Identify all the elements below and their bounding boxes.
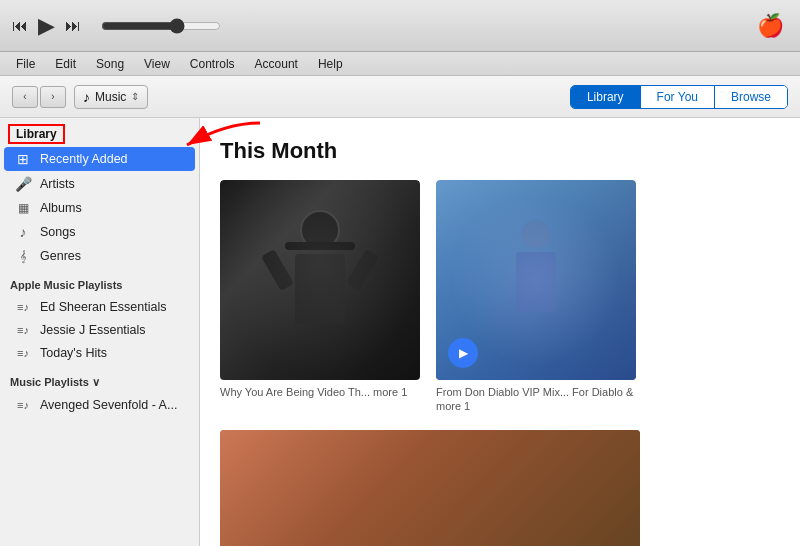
source-dropdown-icon: ⇕ — [131, 91, 139, 102]
menu-help[interactable]: Help — [310, 55, 351, 73]
volume-slider[interactable] — [101, 18, 221, 34]
section-title: This Month — [220, 138, 780, 164]
tab-browse[interactable]: Browse — [715, 86, 787, 108]
toolbar: ‹ › ♪ Music ⇕ Library For You Browse — [0, 76, 800, 118]
cards-row: Why You Are Being Video Th... more 1 ▶ F… — [220, 180, 780, 414]
songs-label: Songs — [40, 225, 75, 239]
title-bar: ⏮ ▶ ⏭ 🍎 — [0, 0, 800, 52]
nav-buttons: ‹ › — [12, 86, 66, 108]
sidebar-item-jessie-j[interactable]: ≡♪ Jessie J Essentials — [4, 319, 195, 341]
apple-playlists-header: Apple Music Playlists — [0, 271, 199, 295]
playlist-icon-3: ≡♪ — [14, 347, 32, 359]
menu-bar: File Edit Song View Controls Account Hel… — [0, 52, 800, 76]
menu-edit[interactable]: Edit — [47, 55, 84, 73]
genres-label: Genres — [40, 249, 81, 263]
artists-label: Artists — [40, 177, 75, 191]
songs-icon: ♪ — [14, 224, 32, 240]
transport-controls: ⏮ ▶ ⏭ — [12, 13, 221, 39]
playlist-icon-2: ≡♪ — [14, 324, 32, 336]
avenged-label: Avenged Sevenfold - A... — [40, 398, 177, 412]
play-button[interactable]: ▶ — [38, 13, 55, 39]
fast-forward-button[interactable]: ⏭ — [65, 17, 81, 35]
sidebar: Library ⊞ Recently Added 🎤 Artists ▦ Alb… — [0, 118, 200, 546]
bottom-card[interactable] — [220, 430, 640, 546]
main-layout: Library ⊞ Recently Added 🎤 Artists ▦ Alb… — [0, 118, 800, 546]
menu-file[interactable]: File — [8, 55, 43, 73]
ed-sheeran-label: Ed Sheeran Essentials — [40, 300, 166, 314]
content-area: This Month — [200, 118, 800, 546]
apple-logo: 🍎 — [757, 13, 784, 39]
albums-label: Albums — [40, 201, 82, 215]
menu-view[interactable]: View — [136, 55, 178, 73]
albums-icon: ▦ — [14, 201, 32, 215]
play-badge[interactable]: ▶ — [448, 338, 478, 368]
artists-icon: 🎤 — [14, 176, 32, 192]
genres-icon: 𝄞 — [14, 250, 32, 263]
todays-hits-label: Today's Hits — [40, 346, 107, 360]
recently-added-icon: ⊞ — [14, 151, 32, 167]
sidebar-item-songs[interactable]: ♪ Songs — [4, 220, 195, 244]
library-header: Library — [8, 124, 65, 144]
card-image-2: ▶ — [436, 180, 636, 380]
rewind-button[interactable]: ⏮ — [12, 17, 28, 35]
jessie-j-label: Jessie J Essentials — [40, 323, 146, 337]
playlist-icon-1: ≡♪ — [14, 301, 32, 313]
menu-song[interactable]: Song — [88, 55, 132, 73]
card-image-1 — [220, 180, 420, 380]
menu-controls[interactable]: Controls — [182, 55, 243, 73]
sidebar-item-avenged[interactable]: ≡♪ Avenged Sevenfold - A... — [4, 394, 195, 416]
card-caption-2: From Don Diablo VIP Mix... For Diablo & … — [436, 385, 636, 414]
sidebar-item-ed-sheeran[interactable]: ≡♪ Ed Sheeran Essentials — [4, 296, 195, 318]
music-note-icon: ♪ — [83, 89, 90, 105]
playlist-icon-4: ≡♪ — [14, 399, 32, 411]
forward-button[interactable]: › — [40, 86, 66, 108]
recently-added-label: Recently Added — [40, 152, 128, 166]
menu-account[interactable]: Account — [247, 55, 306, 73]
source-label: Music — [95, 90, 126, 104]
tab-group: Library For You Browse — [570, 85, 788, 109]
card-performer[interactable]: ▶ From Don Diablo VIP Mix... For Diablo … — [436, 180, 636, 414]
card-caption-1: Why You Are Being Video Th... more 1 — [220, 385, 420, 399]
tab-for-you[interactable]: For You — [641, 86, 715, 108]
back-button[interactable]: ‹ — [12, 86, 38, 108]
sidebar-item-recently-added[interactable]: ⊞ Recently Added — [4, 147, 195, 171]
source-selector[interactable]: ♪ Music ⇕ — [74, 85, 148, 109]
sidebar-item-albums[interactable]: ▦ Albums — [4, 197, 195, 219]
music-playlists-header[interactable]: Music Playlists ∨ — [0, 368, 199, 393]
card-dark-lady[interactable]: Why You Are Being Video Th... more 1 — [220, 180, 420, 414]
sidebar-item-genres[interactable]: 𝄞 Genres — [4, 245, 195, 267]
sidebar-item-todays-hits[interactable]: ≡♪ Today's Hits — [4, 342, 195, 364]
sidebar-item-artists[interactable]: 🎤 Artists — [4, 172, 195, 196]
tab-library[interactable]: Library — [571, 86, 641, 108]
